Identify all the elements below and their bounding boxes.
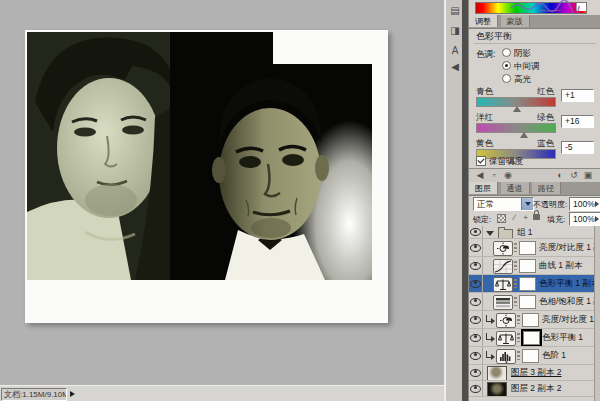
tab-paths[interactable]: 路径 <box>532 182 561 194</box>
eye-icon[interactable] <box>470 316 481 324</box>
layer-visibility-toggle[interactable] <box>469 226 483 238</box>
chevron-right-icon[interactable] <box>595 216 599 222</box>
layer-name[interactable]: 图层 3 副本 2 <box>511 367 562 379</box>
link-mask-icon[interactable] <box>514 297 517 306</box>
layer-row-adjustment[interactable]: 亮度/对比度 1 <box>469 311 594 329</box>
layer-row-group[interactable]: 组 1 <box>469 226 594 239</box>
layer-thumbnail[interactable] <box>487 366 507 381</box>
link-mask-icon[interactable] <box>517 351 520 360</box>
expanded-view-icon[interactable]: ▫ <box>487 169 501 182</box>
layer-row-image[interactable]: 图层 2 副本 2 <box>469 381 594 397</box>
clip-to-layer-icon[interactable]: ◐ <box>553 169 567 182</box>
layer-visibility-toggle[interactable] <box>469 293 483 310</box>
layer-visibility-toggle[interactable] <box>469 311 483 328</box>
cyan-red-slider[interactable] <box>476 97 556 107</box>
layer-name[interactable]: 色彩平衡 1 <box>542 332 583 344</box>
lock-position-icon[interactable]: + <box>521 213 530 223</box>
layer-mask-thumbnail[interactable] <box>519 259 536 273</box>
eye-icon[interactable] <box>470 352 481 360</box>
layer-name[interactable]: 图层 2 副本 2 <box>511 383 562 395</box>
checkbox-checked-icon[interactable] <box>476 156 486 166</box>
eye-icon[interactable] <box>470 334 481 342</box>
tab-channels[interactable]: 通道 <box>501 182 530 194</box>
layer-mask-thumbnail[interactable] <box>522 349 539 363</box>
tab-adjustments[interactable]: 调整 <box>469 15 498 27</box>
tone-option-midtones[interactable]: 中间调 <box>502 61 540 72</box>
layer-mask-thumbnail[interactable] <box>519 295 536 309</box>
blend-mode-select[interactable]: 正常 <box>473 197 534 211</box>
layer-row-adjustment[interactable]: 曲线 1 副本 <box>469 257 594 275</box>
tab-layers[interactable]: 图层 <box>469 182 498 194</box>
green-value-input[interactable]: +16 <box>561 115 594 128</box>
link-mask-icon[interactable] <box>517 315 520 324</box>
layer-row-image[interactable]: 图层 3 副本 2 <box>469 365 594 381</box>
eye-icon[interactable] <box>470 385 481 393</box>
status-bar-menu-arrow-icon[interactable] <box>70 391 75 397</box>
chevron-down-icon[interactable] <box>521 198 533 210</box>
toggle-visibility-eye-icon[interactable]: ◉ <box>501 169 515 182</box>
layer-row-adjustment[interactable]: 亮度/对比度 1 副本 <box>469 239 594 257</box>
layer-name[interactable]: 色相/饱和度 1 副本 <box>539 296 594 308</box>
return-to-list-icon[interactable]: ◀ <box>473 169 487 182</box>
link-mask-icon[interactable] <box>514 279 517 288</box>
layer-mask-thumbnail[interactable] <box>519 241 536 255</box>
layer-visibility-toggle[interactable] <box>469 329 483 346</box>
layer-name[interactable]: 色彩平衡 1 副本 <box>539 278 594 290</box>
eye-icon[interactable] <box>470 280 481 288</box>
lock-all-icon[interactable] <box>533 214 540 220</box>
red-value-input[interactable]: +1 <box>561 89 594 102</box>
canvas-document[interactable] <box>25 30 388 323</box>
fill-value: 100% <box>573 214 595 224</box>
radio-selected-icon[interactable] <box>502 61 511 70</box>
layer-visibility-toggle[interactable] <box>469 239 483 256</box>
layer-visibility-toggle[interactable] <box>469 381 483 396</box>
radio-icon[interactable] <box>502 74 511 83</box>
reset-icon[interactable]: ↺ <box>567 169 581 182</box>
eye-icon[interactable] <box>470 228 481 236</box>
layer-mask-thumbnail[interactable] <box>519 277 536 291</box>
character-panel-icon[interactable]: A <box>448 44 462 58</box>
opacity-input[interactable]: 100% <box>569 197 600 211</box>
radio-icon[interactable] <box>502 48 511 57</box>
eye-icon[interactable] <box>470 262 481 270</box>
blue-value-input[interactable]: -5 <box>561 141 594 154</box>
layer-name[interactable]: 曲线 1 副本 <box>539 260 582 272</box>
swatches-panel-icon[interactable]: ◨ <box>448 24 462 38</box>
preserve-luminosity-option[interactable]: 保留明度 <box>476 156 523 166</box>
layer-row-adjustment[interactable]: 色相/饱和度 1 副本 <box>469 293 594 311</box>
group-expand-triangle-icon[interactable] <box>486 231 494 236</box>
fill-input[interactable]: 100% <box>569 212 600 226</box>
layer-mask-thumbnail[interactable] <box>522 313 539 327</box>
tone-option-highlights[interactable]: 高光 <box>502 74 531 85</box>
tab-masks[interactable]: 蒙版 <box>501 15 530 27</box>
layers-tabbar: 图层 通道 路径 <box>469 182 600 196</box>
layer-row-adjustment[interactable]: 色阶 1 <box>469 347 594 365</box>
layer-name[interactable]: 亮度/对比度 1 副本 <box>539 242 594 254</box>
layer-visibility-toggle[interactable] <box>469 275 483 292</box>
layer-row-adjustment-selected[interactable]: 色彩平衡 1 副本 <box>469 275 594 293</box>
eye-icon[interactable] <box>470 298 481 306</box>
link-mask-icon[interactable] <box>517 333 520 342</box>
delete-adjustment-icon[interactable]: ▣ <box>581 169 595 182</box>
lock-transparent-pixels-icon[interactable] <box>497 214 506 223</box>
layers-scrollbar[interactable] <box>594 226 600 401</box>
layer-visibility-toggle[interactable] <box>469 257 483 274</box>
magenta-green-slider[interactable] <box>476 123 556 133</box>
eye-icon[interactable] <box>470 244 481 252</box>
tone-option-shadows[interactable]: 阴影 <box>502 48 531 59</box>
layer-name[interactable]: 亮度/对比度 1 <box>542 314 594 326</box>
collapse-panel-icon[interactable]: ◀ <box>448 60 462 74</box>
layer-visibility-toggle[interactable] <box>469 347 483 364</box>
history-panel-icon[interactable]: ▤ <box>448 4 462 18</box>
layer-visibility-toggle[interactable] <box>469 365 483 380</box>
layer-name[interactable]: 色阶 1 <box>542 350 566 362</box>
lock-image-pixels-icon[interactable]: ∕ <box>510 213 519 223</box>
layer-row-adjustment[interactable]: 色彩平衡 1 <box>469 329 594 347</box>
layer-thumbnail[interactable] <box>487 382 507 397</box>
link-mask-icon[interactable] <box>514 261 517 270</box>
link-mask-icon[interactable] <box>514 243 517 252</box>
chevron-right-icon[interactable] <box>595 201 599 207</box>
layer-name[interactable]: 组 1 <box>517 227 533 239</box>
eye-icon[interactable] <box>470 369 481 377</box>
layer-mask-thumbnail-selected[interactable] <box>523 331 540 345</box>
